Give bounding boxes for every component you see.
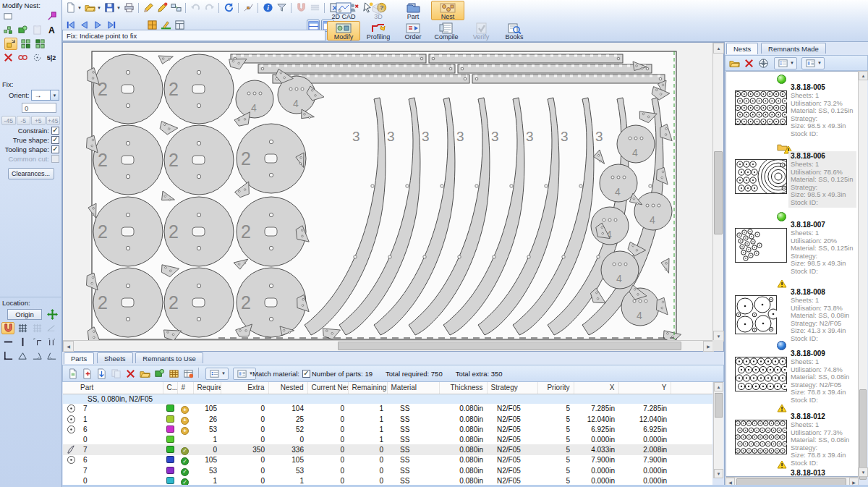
small-parts-icon[interactable] — [1, 24, 14, 36]
parts-vertical-scrollbar[interactable]: ▲ ▼ — [713, 382, 723, 478]
nest-array2-icon[interactable] — [33, 38, 46, 50]
scroll-up-icon[interactable]: ▲ — [714, 382, 723, 391]
ribbon-tab-2d-cad[interactable]: 2D CAD — [327, 1, 360, 20]
part-report-icon[interactable] — [182, 368, 195, 380]
unlink-icon[interactable] — [16, 51, 29, 64]
copy-part-icon[interactable] — [109, 368, 122, 380]
undo-icon[interactable] — [189, 1, 202, 14]
scroll-thumb[interactable] — [338, 342, 681, 350]
save-part-icon[interactable] — [95, 368, 108, 380]
checkbox-true-shape[interactable] — [51, 136, 59, 144]
delete-red-icon[interactable] — [124, 368, 137, 380]
column-header-c[interactable]: C... — [163, 382, 177, 394]
nest-drawing[interactable]: 333333332222222222244444444 — [63, 43, 714, 342]
dropdown-caret-icon[interactable]: ▼ — [77, 6, 82, 10]
checkbox-constrain[interactable] — [51, 127, 59, 135]
view-list-button[interactable]: ▼ — [774, 57, 797, 69]
scroll-down-icon[interactable]: ▼ — [859, 467, 868, 477]
part-toothed-bar[interactable] — [258, 64, 455, 73]
refresh-icon[interactable] — [222, 1, 235, 14]
mirror-52-icon[interactable]: 5|2 — [45, 51, 58, 64]
redo-icon[interactable] — [203, 1, 216, 14]
column-header-current-nest[interactable]: Current Nest — [307, 382, 348, 394]
dropdown-caret-icon[interactable]: ▼ — [97, 6, 102, 10]
angle-button--45[interactable]: -45 — [1, 116, 16, 125]
scroll-down-icon[interactable]: ▼ — [714, 469, 723, 478]
nest-thumbnail[interactable] — [735, 90, 787, 125]
grid-icon[interactable] — [16, 322, 29, 334]
part-circle-large[interactable]: 2 — [164, 54, 234, 124]
green-part-icon[interactable] — [16, 24, 29, 36]
column-header-part[interactable]: Part — [63, 382, 163, 394]
part-circle-large[interactable]: 2 — [93, 54, 163, 124]
column-header-material[interactable]: Material — [387, 382, 439, 394]
scroll-thumb[interactable] — [715, 393, 723, 418]
angle-acute-icon[interactable] — [30, 350, 43, 362]
nest-properties-icon[interactable] — [757, 57, 770, 69]
part-toothed-bar[interactable] — [458, 64, 652, 73]
view-list-button[interactable]: ▼ — [205, 368, 229, 380]
nests-vertical-scrollbar[interactable]: ▲ ▼ — [858, 71, 867, 477]
part-row[interactable]: 0✓10100SS0.080inN2/F0550.000in0.000in — [63, 476, 712, 486]
tab-parts[interactable]: Parts — [64, 352, 94, 364]
column-header-y[interactable]: Y — [618, 382, 671, 394]
slant-icon[interactable] — [45, 322, 58, 334]
print-icon[interactable] — [122, 1, 135, 14]
snap-points-icon[interactable] — [242, 1, 255, 14]
dropdown-caret-icon[interactable]: ▼ — [116, 6, 122, 10]
canvas-horizontal-scrollbar[interactable]: ◀ ▶ — [63, 340, 714, 351]
edit-icon[interactable] — [142, 1, 155, 14]
line-v-icon[interactable] — [16, 336, 29, 348]
angle-input[interactable] — [22, 103, 56, 113]
ribbon-tab-part[interactable]: Part — [396, 1, 430, 20]
ribbon-tab-books[interactable]: Books — [498, 21, 531, 41]
column-header-nested[interactable]: Nested — [268, 382, 307, 394]
nest-thumbnail[interactable] — [735, 357, 787, 391]
layers-icon[interactable] — [308, 1, 321, 14]
filter-icon[interactable] — [275, 1, 288, 14]
load-part-icon[interactable] — [80, 368, 93, 380]
canvas-vertical-scrollbar[interactable]: ▲ ▼ — [712, 43, 723, 342]
scroll-left-icon[interactable]: ◀ — [63, 341, 74, 352]
part-circle-large[interactable]: 2 — [93, 125, 163, 195]
nest-canvas[interactable]: 333333332222222222244444444 ▲ ▼ ◀ ▶ — [62, 42, 724, 352]
part-circle-large[interactable]: 2 — [237, 197, 306, 266]
checkbox-common-cut[interactable] — [51, 155, 59, 163]
part-circle-large[interactable]: 2 — [164, 125, 234, 195]
angle-button-+5[interactable]: +5 — [31, 116, 46, 125]
part-circle-small[interactable]: 4 — [601, 251, 639, 289]
part-row[interactable]: 7✓5305300SS0.080inN2/F0550.000in0.000in — [63, 465, 712, 476]
clearances-button[interactable]: Clearances... — [8, 168, 54, 179]
tab-sheets[interactable]: Sheets — [97, 352, 133, 363]
tab-remnants-to-use[interactable]: Remnants to Use — [135, 352, 203, 363]
nest-array-icon[interactable] — [19, 38, 32, 50]
angle-45-icon[interactable] — [16, 350, 29, 362]
part-add-icon[interactable] — [153, 368, 166, 380]
ribbon-tab-nest[interactable]: Nest — [431, 1, 464, 20]
scroll-up-icon[interactable]: ▲ — [859, 71, 868, 80]
scroll-thumb[interactable] — [714, 151, 723, 234]
ribbon-tab-3d[interactable]: 3D — [362, 1, 395, 20]
corner-L-icon[interactable] — [1, 350, 14, 362]
nest-list-item[interactable]: 3.8.18-013 — [726, 459, 858, 477]
edit-spark-icon[interactable] — [156, 1, 169, 14]
column-header-x[interactable]: X — [574, 382, 618, 394]
orient-select[interactable]: → ▼ — [31, 90, 59, 101]
part-row[interactable]: 1+2602501SS0.080inN2/F05512.040in12.040i… — [63, 414, 712, 425]
tab-nests[interactable]: Nests — [726, 43, 758, 54]
part-circle-small[interactable]: 4 — [617, 125, 655, 163]
part-table-icon[interactable] — [167, 368, 180, 380]
nest-thumbnail[interactable] — [735, 159, 787, 194]
nest-thumbnail[interactable] — [735, 295, 777, 334]
open-folder-icon[interactable] — [728, 57, 741, 69]
part-row[interactable]: 7+105010401SS0.080inN2/F0557.285in7.285i… — [63, 404, 712, 415]
tab-remnants-made[interactable]: Remnants Made — [761, 43, 826, 54]
move-part-icon[interactable] — [4, 38, 17, 50]
delete-red-icon[interactable] — [742, 57, 755, 69]
part-circle-large[interactable]: 2 — [164, 197, 234, 266]
ribbon-tab-profiling[interactable]: Profiling — [362, 21, 395, 41]
part-circle-small[interactable]: 4 — [236, 80, 273, 118]
part-row[interactable]: 010001SS0.080inN2/F0550.000in0.000in — [63, 435, 712, 444]
info-icon[interactable]: i — [261, 1, 274, 14]
part-toothed-bar[interactable] — [429, 54, 623, 63]
